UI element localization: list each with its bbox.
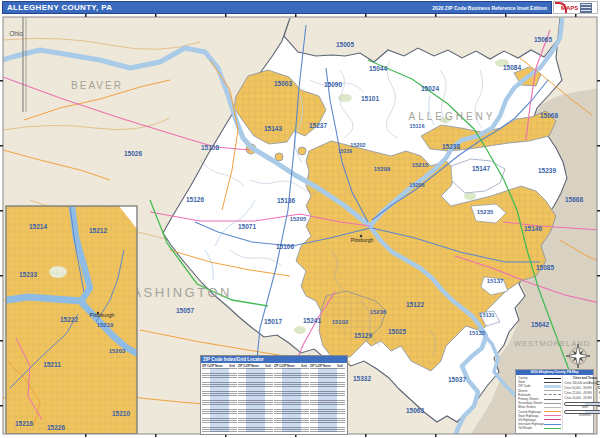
legend-item: Toll Roads	[518, 426, 561, 430]
zip-label: 15126	[186, 196, 204, 203]
legend-sample-state-hwy	[544, 415, 561, 416]
legend-sample-toll	[544, 428, 561, 429]
zip-label: 15235	[477, 209, 494, 215]
zip-index-group: ZIP CodeZIP NameGrid	[274, 364, 309, 432]
inset-zip-label: 15233	[19, 271, 37, 278]
zip-label: 15005	[336, 41, 354, 48]
zip-label: 15102	[332, 319, 349, 325]
zip-label: 15044	[369, 65, 387, 72]
legend-scale-bar: Miles	[564, 402, 600, 409]
edition-label: 2020 ZIP Code Business Reference Inset E…	[432, 5, 551, 11]
zip-label: 15024	[421, 85, 439, 92]
legend-sample-county	[544, 378, 561, 379]
zip-label: 15122	[406, 301, 424, 308]
zip-label: 15236	[370, 309, 387, 315]
zip-label: 15090	[324, 81, 342, 88]
zip-label: 15143	[264, 125, 282, 132]
legend-sample-county-hwy	[544, 411, 561, 412]
zip-index-group: ZIP CodeZIP NameGrid	[202, 364, 237, 432]
inset-zip-label: 15203	[109, 348, 126, 354]
zip-label: 15332	[353, 375, 371, 382]
legend-sample-secondary	[544, 403, 561, 404]
zip-label: 15129	[354, 332, 372, 339]
zip-label: 15084	[503, 64, 521, 71]
zip-label: 15057	[176, 307, 194, 314]
zip-label: 15205	[290, 216, 307, 222]
zip-label: 15025	[388, 328, 406, 335]
logo-sidebox	[580, 3, 592, 13]
legend-sample-state	[544, 382, 561, 383]
legend-scale-bar: Kilometers	[564, 410, 600, 417]
logo-text: MAPS	[561, 5, 578, 11]
inset-zip-label: 15211	[43, 361, 61, 368]
zip-label: 15238	[442, 143, 460, 150]
zip-label: 15063	[406, 407, 424, 414]
county-label: ALLEGHENY	[408, 111, 495, 122]
legend-sample-minor	[544, 407, 561, 408]
zip-label: 15229	[338, 148, 352, 154]
zip-label: 15116	[410, 123, 425, 129]
legend-sample-primary	[544, 399, 561, 400]
zip-label: 15215	[412, 162, 429, 168]
zip-label: 15209	[374, 166, 391, 172]
zip-index-group: ZIP CodeZIP NameGrid	[238, 364, 273, 432]
zip-label: 15065	[534, 36, 552, 43]
downtown-inset: 1521415212152331522215219152031521115210…	[6, 206, 137, 434]
zip-label: 15239	[538, 167, 556, 174]
legend-city-class: Cities 100,000 and AboveCity	[564, 380, 600, 385]
inset-zip-label: 15219	[97, 322, 114, 328]
legend-sample-interstate	[544, 424, 561, 425]
inset-zip-label: 15212	[89, 227, 107, 234]
zip-label: 15131	[479, 312, 494, 318]
inset-city-label: Pittsburgh	[90, 312, 115, 318]
zip-label: 15017	[264, 318, 282, 325]
inset-zip-label: 15222	[60, 316, 78, 323]
publisher-logo: MAPS	[553, 1, 598, 14]
zip-label: 15003	[274, 80, 292, 87]
zip-index-table: ZIP Code Index/Grid Locator ZIP CodeZIP …	[200, 355, 348, 435]
zip-index-group: ZIP CodeZIP NameGrid	[310, 364, 345, 432]
legend-line-items: CountyStateZIP CodeStreetsRailroadsPrima…	[516, 375, 562, 430]
map-page: BEAVERALLEGHENYWASHINGTONWESTMORELAND 15…	[0, 0, 600, 438]
inset-zip-label: 15214	[29, 223, 47, 230]
zip-label: 15202	[350, 142, 365, 148]
legend-sample-streets	[544, 390, 561, 391]
zip-index-title: ZIP Code Index/Grid Locator	[201, 356, 347, 363]
state-label: Ohio	[9, 30, 23, 37]
legend-city-class: Cities 10,000 - 24,999City	[564, 395, 600, 400]
zip-label: 15037	[448, 376, 466, 383]
legend-sample-us-hwy	[544, 419, 561, 420]
legend-sample-zip	[544, 385, 561, 387]
map-legend: 2020 Allegheny County, PA Map CountyStat…	[515, 369, 594, 434]
zip-label: 15146	[524, 225, 542, 232]
legend-sample-rail	[544, 394, 561, 395]
zip-label: 15071	[238, 223, 256, 230]
county-label: BEAVER	[71, 80, 123, 91]
inset-zip-label: 15210	[112, 410, 130, 417]
inset-zip-label: 15216	[15, 420, 33, 427]
zip-label: 15026	[124, 150, 142, 157]
zip-label: 15068	[540, 112, 558, 119]
zip-label: 15668	[565, 196, 583, 203]
inset-zip-label: 15226	[47, 424, 65, 431]
zip-label: 15237	[309, 122, 327, 129]
zip-label: 15206	[409, 182, 424, 188]
zip-label: 15135	[469, 330, 486, 336]
zip-label: 15241	[303, 317, 321, 324]
city-label: Pittsburgh	[351, 237, 374, 243]
zip-label: 15108	[201, 144, 219, 151]
legend-cities: Cities and Towns Cities 100,000 and Abov…	[562, 375, 600, 430]
zip-label: 15106	[276, 243, 294, 250]
zip-label: 15642	[531, 321, 549, 328]
zip-label: 15136	[277, 197, 295, 204]
header-bar: ALLEGHENY COUNTY, PA 2020 ZIP Code Busin…	[2, 1, 552, 14]
page-title: ALLEGHENY COUNTY, PA	[3, 3, 112, 12]
zip-label: 15101	[361, 95, 379, 102]
zip-label: 15085	[536, 264, 554, 271]
zip-label: 15137	[487, 278, 504, 284]
zip-label: 15147	[472, 165, 490, 172]
